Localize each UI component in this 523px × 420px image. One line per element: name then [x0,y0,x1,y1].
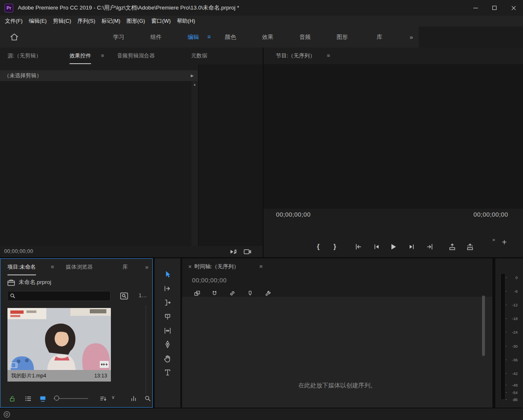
menu-help[interactable]: 帮助(H) [177,17,195,25]
menu-edit[interactable]: 编辑(E) [29,17,47,25]
premiere-app-window: Pr Adobe Premiere Pro CC 2019 - C:\用户\lg… [0,0,523,420]
ripple-edit-tool-button[interactable] [161,296,174,309]
go-to-in-button[interactable] [351,241,365,253]
tab-effect-controls[interactable]: 效果控件 [70,48,91,64]
find-button[interactable] [119,291,130,301]
list-view-button[interactable] [23,394,33,403]
meter-scale-label: -30 [507,344,518,348]
workspace-bar: 学习 组件 编辑 颜色 效果 音频 图形 库 ≡ » [0,26,523,48]
magnifier-icon [144,395,151,402]
menu-clip[interactable]: 剪辑(C) [53,17,71,25]
clip-name[interactable]: 我的影片1.mp4 [11,372,46,379]
premiere-app-icon: Pr [5,4,13,12]
play-audio-button[interactable] [228,247,238,256]
step-back-button[interactable] [369,241,383,253]
pen-icon [163,340,172,349]
tab-project[interactable]: 项目:未命名 [7,259,36,275]
timeline-scrollbar[interactable] [482,296,485,356]
transport-overflow-icon[interactable]: » [492,237,495,243]
timeline-drop-zone[interactable]: 在此处放下媒体以创建序列。 [182,297,492,408]
play-button[interactable] [386,241,401,253]
meter-scale-label: -12 [507,303,518,307]
tab-media-browser[interactable]: 媒体浏览器 [66,259,93,275]
mark-out-button[interactable]: } [328,241,342,253]
extract-icon [466,243,474,251]
meter-scale-label: -36 [507,358,518,362]
timeline-close-icon[interactable]: × [188,258,192,275]
timeline-menu-icon[interactable]: ≡ [259,258,263,275]
expand-arrow-icon[interactable]: ▶ [191,74,194,78]
sort-icons-button[interactable] [98,394,108,403]
workspace-tab-assembly[interactable]: 组件 [137,26,175,48]
clip-selection-header: （未选择剪辑） ▶ [0,70,198,81]
workspace-tab-effects[interactable]: 效果 [249,26,286,48]
project-writable-lock-button[interactable] [7,394,17,403]
minimize-button[interactable] [466,0,485,16]
maximize-button[interactable] [485,0,504,16]
scroll-up-icon[interactable]: ▲ [192,83,198,86]
project-tabs-overflow-icon[interactable]: » [145,259,149,275]
tab-source-monitor[interactable]: 源:（无剪辑） [7,48,41,64]
workspace-tab-graphics[interactable]: 图形 [324,26,361,48]
menu-sequence[interactable]: 序列(S) [77,17,95,25]
tab-program-monitor[interactable]: 节目:（无序列） [276,48,315,64]
menu-markers[interactable]: 标记(M) [101,17,120,25]
item-count-label: 1… [139,292,147,298]
program-menu-icon[interactable]: ≡ [327,48,330,64]
track-select-forward-tool-button[interactable] [161,282,174,295]
go-to-out-button[interactable] [423,241,437,253]
workspace-tab-audio[interactable]: 音频 [286,26,324,48]
home-icon[interactable] [9,32,19,42]
project-menu-icon[interactable]: ≡ [51,259,54,275]
sort-direction-icon[interactable]: ∨ [111,394,115,400]
pen-tool-button[interactable] [161,338,174,351]
menu-file[interactable]: 文件(F) [5,17,23,25]
tab-audio-clip-mixer[interactable]: 音频剪辑混合器 [117,48,155,64]
lock-open-icon [9,395,16,402]
window-title: Adobe Premiere Pro CC 2019 - C:\用户\lgz\文… [18,4,239,12]
tab-libraries[interactable]: 库 [122,259,128,275]
mark-in-button[interactable]: { [311,241,325,253]
automate-to-sequence-button[interactable] [129,394,139,403]
lift-button[interactable] [445,241,459,253]
effect-controls-menu-icon[interactable]: ≡ [101,48,104,64]
step-forward-button[interactable] [405,241,419,253]
workspace-tabs: 学习 组件 编辑 颜色 效果 音频 图形 库 [100,26,398,48]
selection-tool-button[interactable] [161,268,174,281]
workspace-tab-learning[interactable]: 学习 [100,26,137,48]
zoom-slider-knob[interactable] [54,396,59,401]
sync-status-icon[interactable] [3,411,10,418]
workspace-tab-editing[interactable]: 编辑 [175,26,212,48]
workspace-menu-icon[interactable]: ≡ [207,26,211,48]
workspace-tab-libraries[interactable]: 库 [361,26,398,48]
workspace-tab-color[interactable]: 颜色 [212,26,249,48]
project-clip-item[interactable]: 我的影片1.mp4 13:13 [7,308,111,382]
export-frame-button[interactable] [242,247,252,256]
menu-graphics[interactable]: 图形(G) [127,17,145,25]
search-box [7,291,110,301]
slip-tool-button[interactable] [161,325,174,337]
icon-view-button[interactable] [38,394,48,403]
menu-window[interactable]: 窗口(W) [151,17,171,25]
hand-tool-button[interactable] [161,352,174,365]
track-select-forward-icon [163,284,172,293]
filmstrip-icon [10,363,17,368]
scrollbar[interactable]: ▲ [192,81,198,246]
mark-out-icon: } [333,243,336,251]
workspace-bar-right-area [419,26,523,48]
search-input[interactable] [7,291,110,301]
meter-scale-label: -24 [507,330,518,334]
tab-metadata[interactable]: 元数据 [191,48,207,64]
find-toolbar-button[interactable] [143,394,153,403]
close-button[interactable] [504,0,523,16]
clip-badge-icon[interactable] [100,361,109,368]
clip-thumbnail[interactable] [7,308,111,370]
razor-tool-button[interactable] [161,310,174,323]
tab-timeline[interactable]: 时间轴:（无序列） [194,258,239,275]
workspace-overflow-icon[interactable]: » [410,26,413,48]
project-file-row[interactable]: 未命名.prproj [7,277,51,288]
button-editor-icon[interactable]: + [502,238,507,247]
type-tool-button[interactable] [161,366,174,379]
extract-button[interactable] [463,241,477,253]
project-file-name: 未命名.prproj [19,279,51,286]
